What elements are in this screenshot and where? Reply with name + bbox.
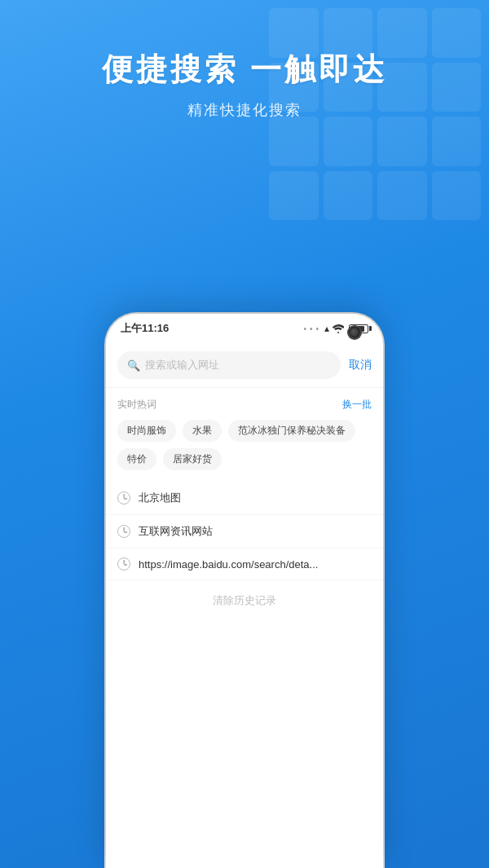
search-icon: 🔍 bbox=[127, 359, 140, 372]
hot-keywords-header: 实时热词 换一批 bbox=[117, 398, 372, 412]
history-item-0[interactable]: 北京地图 bbox=[106, 482, 383, 515]
status-time: 上午11:16 bbox=[121, 321, 169, 336]
hot-keywords-section: 实时热词 换一批 时尚服饰 水果 范冰冰独门保养秘决装备 特价 居家好货 bbox=[106, 388, 383, 477]
phone-frame: 上午11:16 • • • ▴ bbox=[106, 314, 383, 868]
status-bar: 上午11:16 • • • ▴ bbox=[106, 314, 383, 343]
keyword-tag-3[interactable]: 特价 bbox=[117, 448, 156, 470]
signal-dot-1: • bbox=[303, 324, 306, 333]
history-text-1: 互联网资讯网站 bbox=[139, 524, 372, 539]
search-box[interactable]: 🔍 搜索或输入网址 bbox=[117, 351, 341, 379]
clock-icon-0 bbox=[117, 491, 130, 504]
history-item-1[interactable]: 互联网资讯网站 bbox=[106, 515, 383, 549]
phone-mockup: 上午11:16 • • • ▴ bbox=[106, 314, 383, 868]
hot-keywords-label: 实时热词 bbox=[117, 398, 156, 412]
keyword-tag-0[interactable]: 时尚服饰 bbox=[117, 420, 176, 442]
search-placeholder: 搜索或输入网址 bbox=[145, 358, 219, 372]
clear-history-button[interactable]: 清除历史记录 bbox=[106, 580, 383, 621]
phone-content: 🔍 搜索或输入网址 取消 实时热词 换一批 时尚服饰 水果 范冰冰独门保养秘决装… bbox=[106, 343, 383, 868]
history-text-0: 北京地图 bbox=[139, 491, 372, 505]
phone-camera bbox=[349, 327, 360, 338]
clock-icon-1 bbox=[117, 525, 130, 538]
signal-dot-2: • bbox=[310, 324, 313, 333]
history-section: 北京地图 互联网资讯网站 https://image.baidu.com/sea… bbox=[106, 482, 383, 621]
keyword-tags: 时尚服饰 水果 范冰冰独门保养秘决装备 特价 居家好货 bbox=[117, 420, 372, 470]
keyword-tag-4[interactable]: 居家好货 bbox=[163, 448, 222, 470]
cancel-button[interactable]: 取消 bbox=[349, 358, 372, 372]
history-text-2: https://image.baidu.com/search/deta... bbox=[139, 558, 372, 571]
wifi-icon: ▴ bbox=[324, 323, 329, 334]
main-title: 便捷搜索 一触即达 bbox=[0, 49, 489, 90]
keyword-tag-2[interactable]: 范冰冰独门保养秘决装备 bbox=[228, 420, 355, 442]
clock-icon-2 bbox=[117, 557, 130, 571]
signal-dot-3: • bbox=[315, 324, 319, 333]
background: 便捷搜索 一触即达 精准快捷化搜索 上午11:16 • • • ▴ bbox=[0, 0, 489, 868]
wifi-signal-icon bbox=[333, 324, 344, 333]
sub-title: 精准快捷化搜索 bbox=[0, 100, 489, 120]
history-item-2[interactable]: https://image.baidu.com/search/deta... bbox=[106, 549, 383, 580]
refresh-button[interactable]: 换一批 bbox=[342, 398, 372, 412]
header-section: 便捷搜索 一触即达 精准快捷化搜索 bbox=[0, 49, 489, 120]
keyword-tag-1[interactable]: 水果 bbox=[183, 420, 222, 442]
search-bar-container[interactable]: 🔍 搜索或输入网址 取消 bbox=[106, 343, 383, 388]
